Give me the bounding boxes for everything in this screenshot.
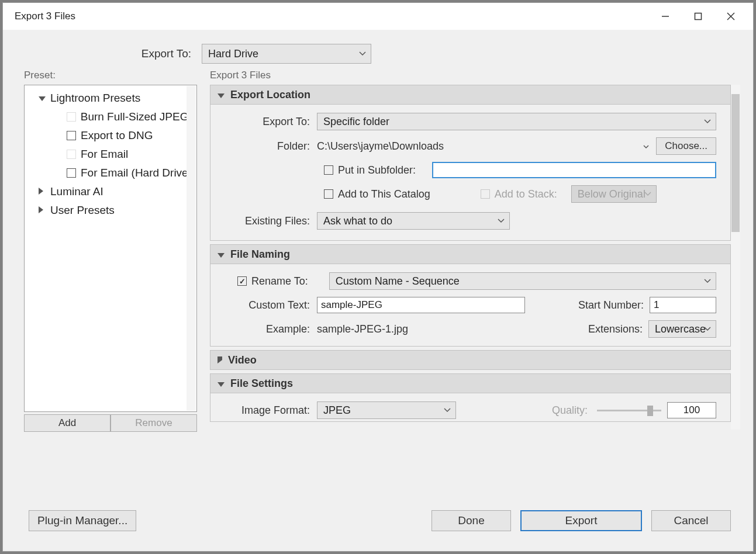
start-number-input[interactable] [650,297,716,313]
triangle-down-icon [218,378,225,390]
chevron-down-icon [498,219,505,223]
cancel-button[interactable]: Cancel [651,510,731,531]
section-file-naming-body: Rename To: Custom Name - Sequence Custom… [210,264,731,347]
section-video-header[interactable]: Video [210,350,731,370]
section-export-location-header[interactable]: Export Location [210,85,731,105]
checkbox-icon[interactable] [67,112,76,122]
preset-item-for-email[interactable]: For Email [39,145,194,164]
preset-label: Preset: [24,70,199,81]
close-button[interactable] [714,3,747,30]
section-file-settings-body: Image Format: JPEG Quality: [210,393,731,422]
subfolder-input[interactable] [432,162,716,178]
existing-files-label: Existing Files: [225,215,317,227]
el-folder-label: Folder: [225,140,317,153]
rename-to-select[interactable]: Custom Name - Sequence [329,272,716,290]
existing-files-select[interactable]: Ask what to do [317,212,510,230]
triangle-down-icon [39,94,47,103]
el-export-to-select[interactable]: Specific folder [317,113,716,130]
section-title: File Settings [230,378,293,390]
rename-to-label: Rename To: [251,275,308,288]
preset-item-for-email-hd[interactable]: For Email (Hard Drive) [39,164,194,182]
el-export-to-label: Export To: [225,116,317,128]
right-subtitle: Export 3 Files [210,70,740,81]
titlebar: Export 3 Files [3,3,753,30]
minimize-button[interactable] [649,3,682,30]
chevron-down-icon [644,192,651,196]
add-stack-label: Add to Stack: [495,188,557,200]
export-to-value: Hard Drive [208,48,258,60]
export-to-label: Export To: [3,47,202,60]
done-button[interactable]: Done [431,510,511,531]
checkbox-icon[interactable] [67,150,76,159]
plugin-manager-button[interactable]: Plug-in Manager... [29,510,136,531]
remove-preset-button[interactable]: Remove [111,414,197,432]
preset-item-export-dng[interactable]: Export to DNG [39,126,194,145]
chevron-down-icon [444,408,451,413]
preset-list[interactable]: Lightroom Presets Burn Full-Sized JPEGs … [24,85,197,412]
quality-label: Quality: [552,404,588,417]
triangle-down-icon [218,248,225,261]
add-catalog-label: Add to This Catalog [338,188,430,200]
folder-dropdown-icon[interactable] [643,141,649,151]
extensions-select[interactable]: Lowercase [648,320,716,338]
preset-group-user[interactable]: User Presets [39,201,194,220]
preset-group-luminar[interactable]: Luminar AI [39,182,194,201]
example-value: sample-JPEG-1.jpg [317,323,408,335]
quality-slider[interactable] [597,404,661,416]
window-title: Export 3 Files [15,11,649,22]
chevron-down-icon [704,119,711,124]
chevron-down-icon [359,51,366,56]
svg-rect-1 [695,13,702,20]
preset-item-burn-jpegs[interactable]: Burn Full-Sized JPEGs [39,108,194,126]
custom-text-input[interactable] [317,297,525,313]
put-subfolder-checkbox[interactable] [324,165,333,175]
export-button[interactable]: Export [520,510,642,531]
scrollbar-thumb[interactable] [731,94,740,232]
export-to-select[interactable]: Hard Drive [202,44,371,64]
el-folder-path: C:\Users\jayme\Downloads [317,140,640,153]
checkbox-icon[interactable] [67,168,76,178]
choose-folder-button[interactable]: Choose... [656,137,716,155]
triangle-right-icon [39,206,47,215]
preset-scrollbar[interactable] [187,86,196,411]
image-format-select[interactable]: JPEG [317,401,456,419]
extensions-label: Extensions: [588,323,643,335]
add-preset-button[interactable]: Add [24,414,111,432]
section-file-naming-header[interactable]: File Naming [210,244,731,264]
put-subfolder-label: Put in Subfolder: [338,164,416,176]
stack-select: Below Original [571,185,657,203]
chevron-down-icon [704,327,711,331]
triangle-right-icon [39,188,47,196]
triangle-down-icon [218,89,225,101]
add-stack-checkbox [481,189,490,199]
section-file-settings-header[interactable]: File Settings [210,373,731,393]
custom-text-label: Custom Text: [225,299,317,311]
add-catalog-checkbox[interactable] [324,189,333,199]
quality-input[interactable] [667,402,716,418]
preset-group-lightroom[interactable]: Lightroom Presets [39,89,194,108]
start-number-label: Start Number: [578,299,644,311]
section-title: Video [228,354,257,366]
rename-to-checkbox[interactable] [237,276,247,286]
section-title: Export Location [230,89,310,101]
image-format-label: Image Format: [225,404,317,417]
section-title: File Naming [230,248,290,261]
section-export-location-body: Export To: Specific folder Folder: C:\Us… [210,105,731,241]
chevron-down-icon [704,279,711,283]
example-label: Example: [225,323,317,335]
maximize-button[interactable] [682,3,714,30]
checkbox-icon[interactable] [67,131,76,140]
triangle-right-icon [218,354,222,366]
